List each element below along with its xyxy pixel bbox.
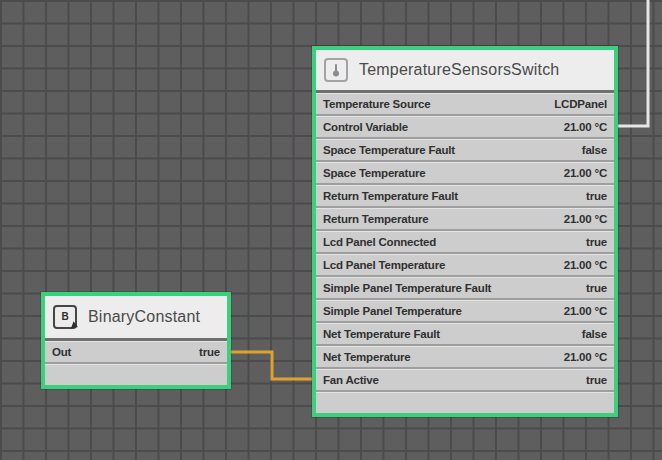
row-net-temperature[interactable]: Net Temperature 21.00 °C xyxy=(316,346,614,367)
row-value: LCDPanel xyxy=(554,98,607,110)
binary-constant-icon: B xyxy=(53,305,77,329)
row-space-temperature-fault[interactable]: Space Temperature Fault false xyxy=(316,139,614,160)
thermometer-icon xyxy=(324,58,348,82)
row-value: 21.00 °C xyxy=(564,259,607,271)
node-header[interactable]: TemperatureSensorsSwitch xyxy=(316,50,614,90)
row-simple-panel-temperature-fault[interactable]: Simple Panel Temperature Fault true xyxy=(316,277,614,298)
row-value: false xyxy=(582,328,607,340)
row-lcd-panel-temperature[interactable]: Lcd Panel Temperature 21.00 °C xyxy=(316,254,614,275)
row-value: 21.00 °C xyxy=(564,305,607,317)
wire-binaryconstant-out-to-fan-active[interactable] xyxy=(228,352,316,379)
row-label: Fan Active xyxy=(323,374,379,386)
row-label: Net Temperature Fault xyxy=(323,328,440,340)
row-value: 21.00 °C xyxy=(564,121,607,133)
row-space-temperature[interactable]: Space Temperature 21.00 °C xyxy=(316,162,614,183)
node-title: BinaryConstant xyxy=(88,308,200,326)
row-fan-active[interactable]: Fan Active true xyxy=(316,369,614,390)
row-value: 21.00 °C xyxy=(564,351,607,363)
row-value: true xyxy=(586,190,607,202)
row-value: true xyxy=(586,236,607,248)
empty-row xyxy=(45,364,227,385)
wire-control-variable-offscreen[interactable] xyxy=(614,0,648,126)
row-value: 21.00 °C xyxy=(564,213,607,225)
row-label: Out xyxy=(52,346,71,358)
row-temperature-source[interactable]: Temperature Source LCDPanel xyxy=(316,93,614,114)
row-label: Temperature Source xyxy=(323,98,430,110)
row-lcd-panel-connected[interactable]: Lcd Panel Connected true xyxy=(316,231,614,252)
row-simple-panel-temperature[interactable]: Simple Panel Temperature 21.00 °C xyxy=(316,300,614,321)
node-temperature-sensors-switch[interactable]: TemperatureSensorsSwitch Temperature Sou… xyxy=(312,46,618,417)
row-label: Return Temperature Fault xyxy=(323,190,458,202)
node-title: TemperatureSensorsSwitch xyxy=(359,61,559,79)
row-label: Control Variable xyxy=(323,121,408,133)
row-value: true xyxy=(586,374,607,386)
row-label: Space Temperature Fault xyxy=(323,144,455,156)
row-value: 21.00 °C xyxy=(564,167,607,179)
node-header[interactable]: B BinaryConstant xyxy=(45,296,227,338)
row-value: true xyxy=(586,282,607,294)
row-return-temperature[interactable]: Return Temperature 21.00 °C xyxy=(316,208,614,229)
row-value: true xyxy=(199,346,220,358)
row-label: Lcd Panel Temperature xyxy=(323,259,445,271)
row-label: Simple Panel Temperature xyxy=(323,305,462,317)
node-binary-constant[interactable]: B BinaryConstant Out true xyxy=(41,292,231,389)
row-value: false xyxy=(582,144,607,156)
row-label: Net Temperature xyxy=(323,351,411,363)
row-control-variable[interactable]: Control Variable 21.00 °C xyxy=(316,116,614,137)
row-label: Simple Panel Temperature Fault xyxy=(323,282,491,294)
row-out[interactable]: Out true xyxy=(45,341,227,362)
empty-row xyxy=(316,392,614,413)
row-label: Return Temperature xyxy=(323,213,428,225)
row-return-temperature-fault[interactable]: Return Temperature Fault true xyxy=(316,185,614,206)
row-label: Space Temperature xyxy=(323,167,426,179)
arrow-glyph xyxy=(71,321,79,331)
wiresheet-canvas[interactable]: TemperatureSensorsSwitch Temperature Sou… xyxy=(0,0,662,460)
property-rows: Temperature Source LCDPanel Control Vari… xyxy=(316,93,614,413)
row-label: Lcd Panel Connected xyxy=(323,236,436,248)
property-rows: Out true xyxy=(45,341,227,385)
row-net-temperature-fault[interactable]: Net Temperature Fault false xyxy=(316,323,614,344)
